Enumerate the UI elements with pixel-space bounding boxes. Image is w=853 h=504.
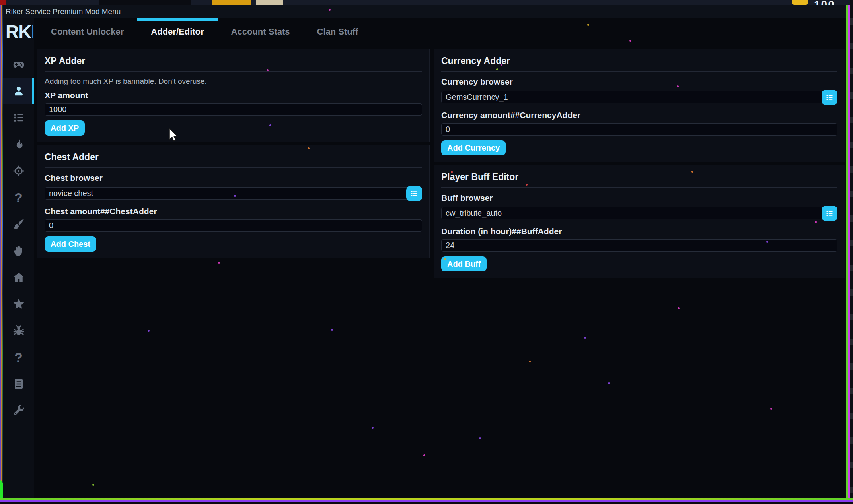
- tab-content-unlocker[interactable]: Content Unlocker: [37, 18, 137, 45]
- chest-browser-input[interactable]: [45, 187, 422, 200]
- game-edge-bottom: [0, 498, 853, 504]
- game-edge-right: [846, 0, 853, 504]
- panel-title: Chest Adder: [45, 152, 422, 163]
- chest-browser-label: Chest browser: [45, 173, 422, 183]
- sidebar-item-help-2[interactable]: ?: [3, 344, 34, 370]
- hud-score-value: 100: [814, 0, 835, 5]
- xp-amount-label: XP amount: [45, 91, 422, 100]
- chest-adder-panel: Chest Adder Chest browser: [37, 145, 430, 258]
- tab-account-stats[interactable]: Account Stats: [218, 18, 304, 45]
- panel-title: XP Adder: [45, 56, 422, 66]
- currency-amount-label: Currency amount##CurrencyAdder: [441, 110, 837, 120]
- game-strip-gold: [212, 0, 251, 5]
- divider: [441, 71, 837, 72]
- content-area: XP Adder Adding too much XP is bannable.…: [34, 45, 846, 498]
- sidebar: RKR: [3, 18, 34, 498]
- buff-browser-list-button[interactable]: [822, 206, 837, 221]
- panel-title: Currency Adder: [441, 56, 837, 66]
- wrench-icon: [12, 404, 25, 417]
- hud-coin-icon: [792, 0, 808, 5]
- sidebar-item-gamepad[interactable]: [3, 51, 34, 78]
- game-strip-red: [0, 0, 6, 5]
- app-logo: RKR: [3, 18, 33, 45]
- mod-menu-window: Riker Service Premium Mod Menu RKR: [3, 5, 846, 498]
- bug-icon: [12, 324, 25, 337]
- sidebar-nav: ?: [3, 51, 34, 424]
- sidebar-item-hand[interactable]: [3, 237, 34, 264]
- tab-bar: Content Unlocker Adder/Editor Account St…: [34, 18, 846, 45]
- add-currency-button[interactable]: Add Currency: [441, 140, 506, 155]
- chest-amount-label: Chest amount##ChestAdder: [45, 207, 422, 216]
- buff-duration-input[interactable]: [441, 239, 837, 252]
- chest-amount-input[interactable]: [45, 219, 422, 232]
- player-icon: [12, 85, 25, 97]
- add-buff-button[interactable]: Add Buff: [441, 256, 487, 271]
- panel-title: Player Buff Editor: [441, 172, 837, 182]
- question-icon: ?: [14, 191, 23, 204]
- sidebar-item-help[interactable]: ?: [3, 184, 34, 211]
- buff-browser-row: [441, 206, 837, 221]
- list-icon: [410, 190, 418, 198]
- list-icon: [826, 209, 834, 217]
- divider: [45, 71, 422, 72]
- xp-adder-panel: XP Adder Adding too much XP is bannable.…: [37, 49, 430, 142]
- sidebar-item-wrench[interactable]: [3, 397, 34, 424]
- sidebar-item-brush[interactable]: [3, 211, 34, 237]
- list-icon: [12, 111, 25, 124]
- currency-adder-panel: Currency Adder Currency browser: [434, 49, 845, 162]
- chest-browser-row: [45, 186, 422, 201]
- app-logo-text: RKR: [6, 21, 33, 43]
- sidebar-item-journal[interactable]: [3, 370, 34, 397]
- buff-browser-label: Buff browser: [441, 193, 837, 203]
- xp-warning-note: Adding too much XP is bannable. Don't ov…: [45, 77, 422, 86]
- tab-adder-editor[interactable]: Adder/Editor: [137, 18, 217, 45]
- buff-duration-label: Duration (in hour)##BuffAdder: [441, 227, 837, 236]
- sidebar-item-bug[interactable]: [3, 317, 34, 344]
- question-icon: ?: [14, 351, 23, 364]
- journal-icon: [12, 378, 25, 390]
- currency-amount-input[interactable]: [441, 123, 837, 136]
- flame-icon: [12, 138, 25, 151]
- sidebar-item-flame[interactable]: [3, 131, 34, 157]
- crosshair-icon: [12, 165, 25, 177]
- player-buff-editor-panel: Player Buff Editor Buff browser: [434, 165, 845, 278]
- sidebar-item-player[interactable]: [3, 78, 34, 104]
- buff-browser-input[interactable]: [441, 207, 837, 219]
- currency-browser-label: Currency browser: [441, 77, 837, 87]
- sidebar-item-star[interactable]: [3, 291, 34, 317]
- tab-clan-stuff[interactable]: Clan Stuff: [304, 18, 372, 45]
- gamepad-icon: [12, 58, 25, 71]
- chest-browser-list-button[interactable]: [406, 186, 422, 201]
- add-chest-button[interactable]: Add Chest: [45, 236, 96, 252]
- divider: [45, 167, 422, 168]
- currency-browser-input[interactable]: [441, 91, 837, 103]
- star-icon: [12, 298, 25, 310]
- currency-browser-list-button[interactable]: [822, 90, 837, 105]
- sidebar-item-home[interactable]: [3, 264, 34, 291]
- window-title: Riker Service Premium Mod Menu: [6, 7, 121, 16]
- home-icon: [12, 271, 25, 284]
- currency-browser-row: [441, 90, 837, 105]
- game-strip-dark: [99, 0, 191, 5]
- hand-icon: [12, 244, 25, 257]
- xp-amount-input[interactable]: [45, 103, 422, 116]
- window-titlebar[interactable]: Riker Service Premium Mod Menu: [3, 5, 846, 18]
- divider: [441, 187, 837, 188]
- list-icon: [826, 93, 834, 101]
- sidebar-item-crosshair[interactable]: [3, 157, 34, 184]
- sidebar-item-list[interactable]: [3, 104, 34, 131]
- game-strip-beige: [256, 0, 283, 5]
- game-backdrop-strip: 100: [0, 0, 853, 5]
- brush-icon: [12, 218, 25, 231]
- add-xp-button[interactable]: Add XP: [45, 120, 85, 136]
